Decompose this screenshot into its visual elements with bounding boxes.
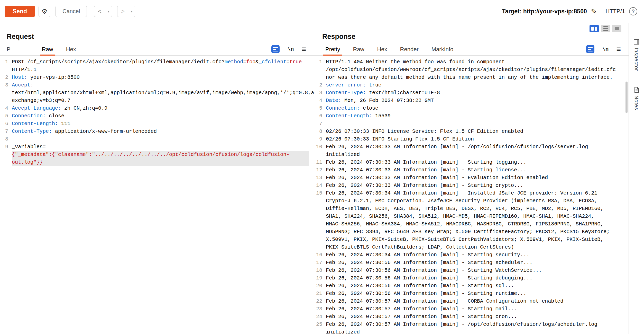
request-tab-raw[interactable]: Raw [39, 46, 56, 55]
line-content [12, 135, 314, 143]
line-content: _variables={"_metadata":{"classname":"..… [12, 143, 314, 166]
line-number: 19 [314, 274, 326, 282]
line-number: 1 [314, 58, 326, 81]
line-number: 5 [0, 112, 12, 120]
back-button[interactable]: < [94, 6, 105, 17]
line-content: Feb 26, 2024 07:30:33 AM Information [ma… [326, 174, 629, 182]
forward-dropdown-button[interactable]: ▾ [128, 6, 135, 17]
layout-single-button[interactable] [612, 25, 621, 32]
line-content: 02/26 07:30:33 INFO Starting Flex 1.5 CF… [326, 135, 629, 143]
line-content: Feb 26, 2024 07:30:56 AM Information [ma… [326, 267, 629, 274]
code-line: 1POST /cf_scripts/scripts/ajax/ckeditor/… [0, 58, 314, 74]
line-content [326, 120, 629, 128]
edit-target-icon[interactable]: ✎ [591, 7, 597, 16]
line-content: Connection: close [326, 104, 629, 112]
layout-toggles [590, 25, 621, 32]
code-line: 8 [0, 135, 314, 143]
response-tab-raw[interactable]: Raw [350, 46, 367, 55]
line-number: 24 [314, 313, 326, 321]
line-content: Feb 26, 2024 07:30:56 AM Information [ma… [326, 290, 629, 297]
back-dropdown-button[interactable]: ▾ [105, 6, 112, 17]
code-line: 24Feb 26, 2024 07:30:57 AM Information [… [314, 313, 629, 321]
newline-toggle-icon[interactable]: \n [287, 46, 294, 52]
chevron-down-icon: ▾ [131, 10, 133, 13]
topbar-divider [601, 6, 601, 16]
layout-rows-button[interactable] [601, 25, 610, 32]
request-editor[interactable]: 1POST /cf_scripts/scripts/ajax/ckeditor/… [0, 56, 314, 166]
sidebar-tab-notes[interactable]: Notes [633, 87, 640, 110]
line-number: 9 [0, 143, 12, 166]
code-line: 802/26 07:30:33 INFO License Service: Fl… [314, 128, 629, 135]
topbar: Send ⚙ Cancel < ▾ > ▾ Target: http://you… [0, 0, 644, 23]
line-number: 1 [0, 58, 12, 74]
line-content: Feb 26, 2024 07:30:34 AM Information [ma… [326, 189, 629, 251]
request-tab-pretty[interactable]: P [4, 46, 14, 55]
line-content: Feb 26, 2024 07:30:34 AM Information [ma… [326, 251, 629, 259]
request-panel-title: Request [7, 33, 314, 41]
line-content: Feb 26, 2024 07:30:56 AM Information [ma… [326, 282, 629, 290]
line-number: 16 [314, 251, 326, 259]
code-line: 17Feb 26, 2024 07:30:56 AM Information [… [314, 259, 629, 267]
response-panel: Response Pretty Raw Hex Render MarkInfo … [314, 23, 629, 334]
gear-icon: ⚙ [41, 7, 47, 15]
scrollbar-thumb[interactable] [625, 82, 628, 113]
line-number: 15 [314, 189, 326, 251]
editor-menu-icon[interactable]: ≡ [301, 45, 306, 53]
sidebar-tab-inspector[interactable]: Inspector [633, 39, 640, 71]
request-tab-hex[interactable]: Hex [63, 46, 79, 55]
editor-menu-icon[interactable]: ≡ [616, 45, 621, 53]
code-line: 22Feb 26, 2024 07:30:57 AM Information [… [314, 297, 629, 305]
line-content: Feb 26, 2024 07:30:56 AM Information [ma… [326, 259, 629, 267]
highlighting-icon[interactable] [271, 45, 280, 53]
http-version-selector[interactable]: HTTP/1 [605, 8, 625, 15]
layout-columns-button[interactable] [590, 25, 599, 32]
line-number: 17 [314, 259, 326, 267]
send-button[interactable]: Send [5, 6, 35, 17]
line-number: 21 [314, 290, 326, 297]
response-editor-icons: \n ≡ [586, 45, 621, 53]
line-number: 2 [0, 74, 12, 81]
settings-button[interactable]: ⚙ [39, 6, 50, 17]
code-line: 3Accept: text/html,application/xhtml+xml… [0, 81, 314, 104]
response-tab-markinfo[interactable]: MarkInfo [428, 46, 457, 55]
response-tab-hex[interactable]: Hex [374, 46, 390, 55]
code-line: 1HTTP/1.1 404 Neither the method foo was… [314, 58, 629, 81]
line-content: Feb 26, 2024 07:30:56 AM Information [ma… [326, 274, 629, 282]
response-tab-render[interactable]: Render [397, 46, 422, 55]
line-number: 20 [314, 282, 326, 290]
line-number: 3 [0, 81, 12, 104]
line-number: 2 [314, 81, 326, 89]
line-content: Feb 26, 2024 07:30:57 AM Information [ma… [326, 297, 629, 305]
sidebar-tab-label: Notes [633, 95, 639, 110]
help-icon[interactable]: ? [629, 7, 637, 15]
line-number: 7 [0, 128, 12, 135]
code-line: 7 [314, 120, 629, 128]
forward-arrow-icon: > [121, 8, 125, 15]
code-line: 3Content-Type: text/html;charset=UTF-8 [314, 89, 629, 97]
highlighting-icon[interactable] [586, 45, 594, 53]
line-content: POST /cf_scripts/scripts/ajax/ckeditor/p… [12, 58, 314, 74]
code-line: 18Feb 26, 2024 07:30:56 AM Information [… [314, 267, 629, 274]
line-number: 14 [314, 182, 326, 189]
line-content: Content-Length: 15539 [326, 112, 629, 120]
line-number: 10 [314, 143, 326, 159]
target-url: Target: http://your-vps-ip:8500 [502, 8, 587, 15]
newline-toggle-icon[interactable]: \n [602, 46, 609, 52]
sidebar-divider [632, 79, 641, 79]
code-line: 10Feb 26, 2024 07:30:33 AM Information [… [314, 143, 629, 159]
response-tab-pretty[interactable]: Pretty [322, 46, 343, 55]
code-line: 25Feb 26, 2024 07:30:57 AM Information [… [314, 321, 629, 334]
line-number: 18 [314, 267, 326, 274]
line-content: Feb 26, 2024 07:30:33 AM Information [ma… [326, 143, 629, 159]
line-number: 13 [314, 174, 326, 182]
cancel-button[interactable]: Cancel [56, 6, 87, 17]
line-number: 25 [314, 321, 326, 334]
response-scrollbar[interactable] [625, 78, 628, 334]
code-line: 13Feb 26, 2024 07:30:33 AM Information [… [314, 174, 629, 182]
code-line: 14Feb 26, 2024 07:30:33 AM Information [… [314, 182, 629, 189]
line-number: 3 [314, 89, 326, 97]
code-line: 4Accept-Language: zh-CN,zh;q=0.9 [0, 104, 314, 112]
forward-button[interactable]: > [117, 6, 128, 17]
line-number: 8 [0, 135, 12, 143]
code-line: 7Content-Type: application/x-www-form-ur… [0, 128, 314, 135]
